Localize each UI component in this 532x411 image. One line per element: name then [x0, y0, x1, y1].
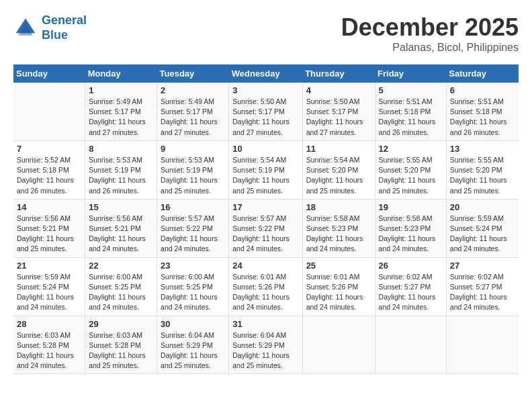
day-info: Sunrise: 5:52 AMSunset: 5:18 PMDaylight:…	[17, 155, 81, 196]
day-info: Sunrise: 6:01 AMSunset: 5:26 PMDaylight:…	[306, 272, 371, 313]
day-number: 14	[17, 202, 81, 212]
day-number: 1	[89, 85, 153, 95]
col-saturday: Saturday	[446, 64, 519, 83]
day-info: Sunrise: 5:58 AMSunset: 5:23 PMDaylight:…	[306, 214, 371, 255]
day-number: 30	[161, 319, 225, 329]
title-area: December 2025 Palanas, Bicol, Philippine…	[341, 13, 519, 54]
week-row-4: 28Sunrise: 6:03 AMSunset: 5:28 PMDayligh…	[13, 316, 519, 374]
day-cell-w3d3: 24Sunrise: 6:01 AMSunset: 5:26 PMDayligh…	[229, 257, 302, 316]
day-cell-w0d6: 6Sunrise: 5:51 AMSunset: 5:18 PMDaylight…	[446, 83, 519, 140]
day-info: Sunrise: 5:53 AMSunset: 5:19 PMDaylight:…	[161, 155, 225, 196]
col-tuesday: Tuesday	[157, 64, 229, 83]
day-cell-w3d2: 23Sunrise: 6:00 AMSunset: 5:25 PMDayligh…	[157, 257, 229, 316]
day-info: Sunrise: 6:01 AMSunset: 5:26 PMDaylight:…	[232, 272, 298, 313]
day-number: 13	[450, 144, 515, 154]
day-cell-w0d0	[13, 83, 85, 140]
day-cell-w4d1: 29Sunrise: 6:03 AMSunset: 5:28 PMDayligh…	[85, 316, 157, 374]
week-row-3: 21Sunrise: 5:59 AMSunset: 5:24 PMDayligh…	[13, 257, 519, 316]
col-thursday: Thursday	[302, 64, 375, 83]
week-row-0: 1Sunrise: 5:49 AMSunset: 5:17 PMDaylight…	[13, 83, 519, 140]
day-number: 12	[379, 144, 443, 154]
day-info: Sunrise: 6:04 AMSunset: 5:29 PMDaylight:…	[232, 330, 298, 371]
day-info: Sunrise: 5:57 AMSunset: 5:22 PMDaylight:…	[232, 214, 298, 255]
day-cell-w3d4: 25Sunrise: 6:01 AMSunset: 5:26 PMDayligh…	[302, 257, 375, 316]
day-cell-w0d4: 4Sunrise: 5:50 AMSunset: 5:17 PMDaylight…	[302, 83, 375, 140]
day-cell-w4d5	[375, 316, 446, 374]
calendar-table: Sunday Monday Tuesday Wednesday Thursday…	[13, 64, 519, 374]
logo-text: General Blue	[42, 13, 87, 42]
day-cell-w4d4	[302, 316, 375, 374]
week-row-2: 14Sunrise: 5:56 AMSunset: 5:21 PMDayligh…	[13, 199, 519, 257]
day-number: 15	[89, 202, 153, 212]
day-cell-w2d0: 14Sunrise: 5:56 AMSunset: 5:21 PMDayligh…	[13, 199, 85, 257]
day-info: Sunrise: 5:59 AMSunset: 5:24 PMDaylight:…	[450, 214, 515, 255]
day-number: 20	[450, 202, 515, 212]
day-info: Sunrise: 6:02 AMSunset: 5:27 PMDaylight:…	[379, 272, 443, 313]
day-cell-w2d5: 19Sunrise: 5:58 AMSunset: 5:23 PMDayligh…	[375, 199, 446, 257]
day-number: 3	[232, 85, 298, 95]
day-info: Sunrise: 5:53 AMSunset: 5:19 PMDaylight:…	[89, 155, 153, 196]
day-number: 28	[17, 319, 81, 329]
day-cell-w1d2: 9Sunrise: 5:53 AMSunset: 5:19 PMDaylight…	[157, 140, 229, 199]
location-title: Palanas, Bicol, Philippines	[341, 42, 519, 54]
day-cell-w3d0: 21Sunrise: 5:59 AMSunset: 5:24 PMDayligh…	[13, 257, 85, 316]
day-info: Sunrise: 5:49 AMSunset: 5:17 PMDaylight:…	[89, 97, 153, 138]
day-cell-w0d1: 1Sunrise: 5:49 AMSunset: 5:17 PMDaylight…	[85, 83, 157, 140]
day-number: 7	[17, 144, 81, 154]
day-cell-w2d3: 17Sunrise: 5:57 AMSunset: 5:22 PMDayligh…	[229, 199, 302, 257]
day-cell-w2d1: 15Sunrise: 5:56 AMSunset: 5:21 PMDayligh…	[85, 199, 157, 257]
day-number: 21	[17, 261, 81, 271]
day-number: 2	[161, 85, 225, 95]
day-info: Sunrise: 5:49 AMSunset: 5:17 PMDaylight:…	[161, 97, 225, 138]
day-info: Sunrise: 5:55 AMSunset: 5:20 PMDaylight:…	[379, 155, 443, 196]
day-number: 10	[232, 144, 298, 154]
logo: General Blue	[13, 13, 87, 42]
col-friday: Friday	[375, 64, 446, 83]
day-cell-w3d6: 27Sunrise: 6:02 AMSunset: 5:27 PMDayligh…	[446, 257, 519, 316]
day-cell-w1d0: 7Sunrise: 5:52 AMSunset: 5:18 PMDaylight…	[13, 140, 85, 199]
day-info: Sunrise: 5:58 AMSunset: 5:23 PMDaylight:…	[379, 214, 443, 255]
day-cell-w0d3: 3Sunrise: 5:50 AMSunset: 5:17 PMDaylight…	[229, 83, 302, 140]
day-cell-w4d0: 28Sunrise: 6:03 AMSunset: 5:28 PMDayligh…	[13, 316, 85, 374]
col-monday: Monday	[85, 64, 157, 83]
day-number: 18	[306, 202, 371, 212]
day-cell-w1d5: 12Sunrise: 5:55 AMSunset: 5:20 PMDayligh…	[375, 140, 446, 199]
day-cell-w1d1: 8Sunrise: 5:53 AMSunset: 5:19 PMDaylight…	[85, 140, 157, 199]
day-info: Sunrise: 5:59 AMSunset: 5:24 PMDaylight:…	[17, 272, 81, 313]
day-number: 11	[306, 144, 371, 154]
week-row-1: 7Sunrise: 5:52 AMSunset: 5:18 PMDaylight…	[13, 140, 519, 199]
day-cell-w4d3: 31Sunrise: 6:04 AMSunset: 5:29 PMDayligh…	[229, 316, 302, 374]
day-info: Sunrise: 5:51 AMSunset: 5:18 PMDaylight:…	[379, 97, 443, 138]
day-number: 16	[161, 202, 225, 212]
day-info: Sunrise: 6:03 AMSunset: 5:28 PMDaylight:…	[89, 330, 153, 371]
day-info: Sunrise: 6:04 AMSunset: 5:29 PMDaylight:…	[161, 330, 225, 371]
day-cell-w2d2: 16Sunrise: 5:57 AMSunset: 5:22 PMDayligh…	[157, 199, 229, 257]
day-cell-w3d5: 26Sunrise: 6:02 AMSunset: 5:27 PMDayligh…	[375, 257, 446, 316]
day-number: 19	[379, 202, 443, 212]
day-number: 26	[379, 261, 443, 271]
day-number: 5	[379, 85, 443, 95]
header: General Blue December 2025 Palanas, Bico…	[13, 13, 519, 54]
col-wednesday: Wednesday	[229, 64, 302, 83]
day-number: 23	[161, 261, 225, 271]
day-info: Sunrise: 6:02 AMSunset: 5:27 PMDaylight:…	[450, 272, 515, 313]
day-cell-w1d6: 13Sunrise: 5:55 AMSunset: 5:20 PMDayligh…	[446, 140, 519, 199]
day-cell-w0d5: 5Sunrise: 5:51 AMSunset: 5:18 PMDaylight…	[375, 83, 446, 140]
logo-icon	[13, 16, 38, 40]
header-row: Sunday Monday Tuesday Wednesday Thursday…	[13, 64, 519, 83]
logo-line1: General	[42, 13, 87, 27]
day-info: Sunrise: 5:50 AMSunset: 5:17 PMDaylight:…	[306, 97, 371, 138]
day-number: 8	[89, 144, 153, 154]
day-cell-w1d4: 11Sunrise: 5:54 AMSunset: 5:20 PMDayligh…	[302, 140, 375, 199]
day-info: Sunrise: 5:56 AMSunset: 5:21 PMDaylight:…	[17, 214, 81, 255]
day-info: Sunrise: 5:50 AMSunset: 5:17 PMDaylight:…	[232, 97, 298, 138]
day-cell-w1d3: 10Sunrise: 5:54 AMSunset: 5:19 PMDayligh…	[229, 140, 302, 199]
day-number: 4	[306, 85, 371, 95]
day-cell-w2d6: 20Sunrise: 5:59 AMSunset: 5:24 PMDayligh…	[446, 199, 519, 257]
day-info: Sunrise: 5:57 AMSunset: 5:22 PMDaylight:…	[161, 214, 225, 255]
logo-line2: Blue	[42, 28, 68, 42]
day-info: Sunrise: 6:00 AMSunset: 5:25 PMDaylight:…	[89, 272, 153, 313]
day-number: 24	[232, 261, 298, 271]
day-number: 29	[89, 319, 153, 329]
day-cell-w4d6	[446, 316, 519, 374]
